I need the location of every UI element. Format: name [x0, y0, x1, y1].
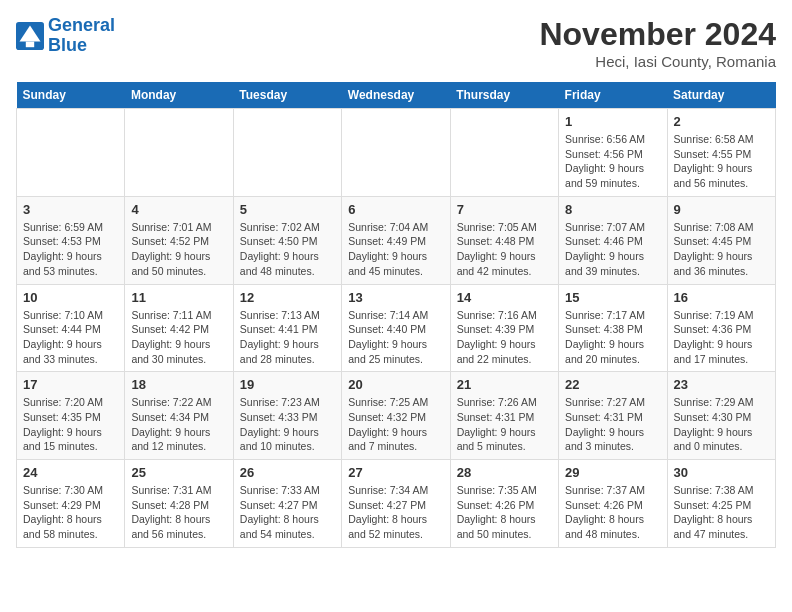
- calendar-cell: 19Sunrise: 7:23 AM Sunset: 4:33 PM Dayli…: [233, 372, 341, 460]
- calendar-title: November 2024: [539, 16, 776, 53]
- day-number: 28: [457, 465, 552, 480]
- day-number: 11: [131, 290, 226, 305]
- weekday-header-sunday: Sunday: [17, 82, 125, 109]
- day-number: 22: [565, 377, 660, 392]
- calendar-cell: 23Sunrise: 7:29 AM Sunset: 4:30 PM Dayli…: [667, 372, 775, 460]
- calendar-week-3: 10Sunrise: 7:10 AM Sunset: 4:44 PM Dayli…: [17, 284, 776, 372]
- calendar-cell: 6Sunrise: 7:04 AM Sunset: 4:49 PM Daylig…: [342, 196, 450, 284]
- day-number: 10: [23, 290, 118, 305]
- day-info: Sunrise: 7:29 AM Sunset: 4:30 PM Dayligh…: [674, 395, 769, 454]
- day-info: Sunrise: 7:02 AM Sunset: 4:50 PM Dayligh…: [240, 220, 335, 279]
- day-number: 18: [131, 377, 226, 392]
- calendar-cell: 17Sunrise: 7:20 AM Sunset: 4:35 PM Dayli…: [17, 372, 125, 460]
- calendar-cell: 15Sunrise: 7:17 AM Sunset: 4:38 PM Dayli…: [559, 284, 667, 372]
- day-info: Sunrise: 7:25 AM Sunset: 4:32 PM Dayligh…: [348, 395, 443, 454]
- day-info: Sunrise: 6:59 AM Sunset: 4:53 PM Dayligh…: [23, 220, 118, 279]
- day-number: 8: [565, 202, 660, 217]
- weekday-header-wednesday: Wednesday: [342, 82, 450, 109]
- calendar-cell: 14Sunrise: 7:16 AM Sunset: 4:39 PM Dayli…: [450, 284, 558, 372]
- day-info: Sunrise: 7:05 AM Sunset: 4:48 PM Dayligh…: [457, 220, 552, 279]
- logo: General Blue: [16, 16, 115, 56]
- day-number: 9: [674, 202, 769, 217]
- day-number: 2: [674, 114, 769, 129]
- day-number: 7: [457, 202, 552, 217]
- calendar-cell: [125, 109, 233, 197]
- calendar-cell: [233, 109, 341, 197]
- day-number: 29: [565, 465, 660, 480]
- calendar-cell: [342, 109, 450, 197]
- day-info: Sunrise: 7:11 AM Sunset: 4:42 PM Dayligh…: [131, 308, 226, 367]
- calendar-week-2: 3Sunrise: 6:59 AM Sunset: 4:53 PM Daylig…: [17, 196, 776, 284]
- day-info: Sunrise: 7:14 AM Sunset: 4:40 PM Dayligh…: [348, 308, 443, 367]
- calendar-cell: 12Sunrise: 7:13 AM Sunset: 4:41 PM Dayli…: [233, 284, 341, 372]
- calendar-cell: 1Sunrise: 6:56 AM Sunset: 4:56 PM Daylig…: [559, 109, 667, 197]
- logo-text: General Blue: [48, 16, 115, 56]
- calendar-cell: 25Sunrise: 7:31 AM Sunset: 4:28 PM Dayli…: [125, 460, 233, 548]
- weekday-header-saturday: Saturday: [667, 82, 775, 109]
- calendar-cell: [17, 109, 125, 197]
- day-info: Sunrise: 7:08 AM Sunset: 4:45 PM Dayligh…: [674, 220, 769, 279]
- calendar-cell: 11Sunrise: 7:11 AM Sunset: 4:42 PM Dayli…: [125, 284, 233, 372]
- day-number: 4: [131, 202, 226, 217]
- calendar-cell: 24Sunrise: 7:30 AM Sunset: 4:29 PM Dayli…: [17, 460, 125, 548]
- day-number: 20: [348, 377, 443, 392]
- day-number: 12: [240, 290, 335, 305]
- calendar-cell: 29Sunrise: 7:37 AM Sunset: 4:26 PM Dayli…: [559, 460, 667, 548]
- day-number: 5: [240, 202, 335, 217]
- day-info: Sunrise: 7:27 AM Sunset: 4:31 PM Dayligh…: [565, 395, 660, 454]
- calendar-cell: 10Sunrise: 7:10 AM Sunset: 4:44 PM Dayli…: [17, 284, 125, 372]
- calendar-cell: 7Sunrise: 7:05 AM Sunset: 4:48 PM Daylig…: [450, 196, 558, 284]
- calendar-cell: 13Sunrise: 7:14 AM Sunset: 4:40 PM Dayli…: [342, 284, 450, 372]
- calendar-cell: 20Sunrise: 7:25 AM Sunset: 4:32 PM Dayli…: [342, 372, 450, 460]
- day-info: Sunrise: 7:16 AM Sunset: 4:39 PM Dayligh…: [457, 308, 552, 367]
- day-number: 3: [23, 202, 118, 217]
- calendar-cell: 30Sunrise: 7:38 AM Sunset: 4:25 PM Dayli…: [667, 460, 775, 548]
- calendar-subtitle: Heci, Iasi County, Romania: [539, 53, 776, 70]
- day-number: 19: [240, 377, 335, 392]
- day-number: 1: [565, 114, 660, 129]
- day-number: 26: [240, 465, 335, 480]
- day-number: 15: [565, 290, 660, 305]
- calendar-cell: 5Sunrise: 7:02 AM Sunset: 4:50 PM Daylig…: [233, 196, 341, 284]
- weekday-header-monday: Monday: [125, 82, 233, 109]
- calendar-cell: 3Sunrise: 6:59 AM Sunset: 4:53 PM Daylig…: [17, 196, 125, 284]
- day-info: Sunrise: 7:33 AM Sunset: 4:27 PM Dayligh…: [240, 483, 335, 542]
- day-info: Sunrise: 7:38 AM Sunset: 4:25 PM Dayligh…: [674, 483, 769, 542]
- calendar-cell: 16Sunrise: 7:19 AM Sunset: 4:36 PM Dayli…: [667, 284, 775, 372]
- logo-icon: [16, 22, 44, 50]
- day-info: Sunrise: 6:56 AM Sunset: 4:56 PM Dayligh…: [565, 132, 660, 191]
- title-block: November 2024 Heci, Iasi County, Romania: [539, 16, 776, 70]
- day-info: Sunrise: 7:20 AM Sunset: 4:35 PM Dayligh…: [23, 395, 118, 454]
- calendar-cell: 18Sunrise: 7:22 AM Sunset: 4:34 PM Dayli…: [125, 372, 233, 460]
- day-info: Sunrise: 7:07 AM Sunset: 4:46 PM Dayligh…: [565, 220, 660, 279]
- day-number: 30: [674, 465, 769, 480]
- calendar-week-5: 24Sunrise: 7:30 AM Sunset: 4:29 PM Dayli…: [17, 460, 776, 548]
- calendar-table: SundayMondayTuesdayWednesdayThursdayFrid…: [16, 82, 776, 548]
- weekday-header-tuesday: Tuesday: [233, 82, 341, 109]
- calendar-week-4: 17Sunrise: 7:20 AM Sunset: 4:35 PM Dayli…: [17, 372, 776, 460]
- day-info: Sunrise: 7:01 AM Sunset: 4:52 PM Dayligh…: [131, 220, 226, 279]
- calendar-cell: 22Sunrise: 7:27 AM Sunset: 4:31 PM Dayli…: [559, 372, 667, 460]
- day-info: Sunrise: 7:35 AM Sunset: 4:26 PM Dayligh…: [457, 483, 552, 542]
- calendar-cell: 27Sunrise: 7:34 AM Sunset: 4:27 PM Dayli…: [342, 460, 450, 548]
- weekday-header-friday: Friday: [559, 82, 667, 109]
- calendar-week-1: 1Sunrise: 6:56 AM Sunset: 4:56 PM Daylig…: [17, 109, 776, 197]
- day-info: Sunrise: 7:31 AM Sunset: 4:28 PM Dayligh…: [131, 483, 226, 542]
- day-number: 21: [457, 377, 552, 392]
- calendar-cell: 8Sunrise: 7:07 AM Sunset: 4:46 PM Daylig…: [559, 196, 667, 284]
- day-number: 27: [348, 465, 443, 480]
- logo-general: General: [48, 15, 115, 35]
- day-number: 13: [348, 290, 443, 305]
- day-number: 6: [348, 202, 443, 217]
- day-number: 14: [457, 290, 552, 305]
- calendar-cell: 9Sunrise: 7:08 AM Sunset: 4:45 PM Daylig…: [667, 196, 775, 284]
- day-number: 25: [131, 465, 226, 480]
- day-info: Sunrise: 7:26 AM Sunset: 4:31 PM Dayligh…: [457, 395, 552, 454]
- day-info: Sunrise: 7:37 AM Sunset: 4:26 PM Dayligh…: [565, 483, 660, 542]
- day-info: Sunrise: 7:04 AM Sunset: 4:49 PM Dayligh…: [348, 220, 443, 279]
- day-number: 17: [23, 377, 118, 392]
- day-info: Sunrise: 7:22 AM Sunset: 4:34 PM Dayligh…: [131, 395, 226, 454]
- page-header: General Blue November 2024 Heci, Iasi Co…: [16, 16, 776, 70]
- calendar-cell: 28Sunrise: 7:35 AM Sunset: 4:26 PM Dayli…: [450, 460, 558, 548]
- day-number: 24: [23, 465, 118, 480]
